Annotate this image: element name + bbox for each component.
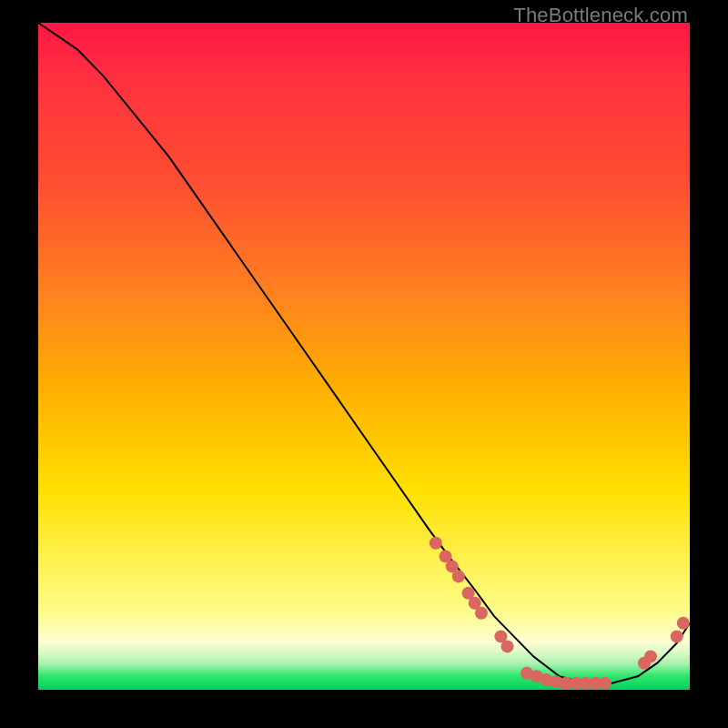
data-marker	[475, 607, 488, 620]
plot-area	[38, 23, 690, 690]
data-marker	[501, 640, 514, 652]
data-marker	[599, 677, 612, 690]
data-marker	[430, 537, 442, 550]
data-marker	[677, 617, 690, 630]
bottleneck-curve	[38, 23, 690, 683]
data-marker	[452, 570, 465, 582]
data-marker	[671, 630, 683, 642]
chart-frame: TheBottleneck.com	[0, 0, 728, 728]
curve-svg	[38, 23, 690, 690]
data-marker	[644, 650, 657, 662]
